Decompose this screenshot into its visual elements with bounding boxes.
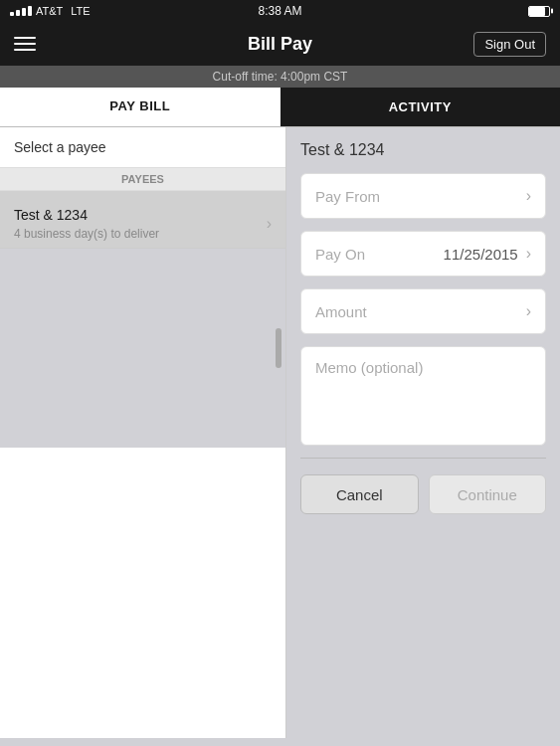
tab-pay-bill[interactable]: PAY BILL [0, 88, 280, 126]
tab-activity[interactable]: ACTIVITY [280, 88, 561, 126]
status-bar-right [528, 6, 550, 17]
payee-delivery: 4 business day(s) to deliver [14, 227, 159, 241]
continue-button[interactable]: Continue [429, 474, 547, 514]
scroll-indicator [276, 328, 281, 368]
menu-icon[interactable] [14, 37, 36, 51]
divider [300, 458, 546, 459]
payee-name: Test & 1234 [14, 207, 159, 223]
payee-item-info: Test & 1234 4 business day(s) to deliver [14, 207, 159, 241]
battery-icon [528, 6, 550, 17]
nav-title: Bill Pay [248, 34, 312, 55]
pay-on-field[interactable]: Pay On 11/25/2015 › [300, 231, 546, 277]
memo-placeholder: Memo (optional) [315, 359, 423, 376]
pay-from-label: Pay From [315, 188, 380, 205]
payees-section-header: PAYEES [0, 168, 285, 191]
nav-bar: Bill Pay Sign Out [0, 22, 560, 66]
status-bar: AT&T LTE 8:38 AM [0, 0, 560, 22]
signal-icon [10, 6, 32, 16]
amount-label: Amount [315, 303, 367, 320]
amount-field[interactable]: Amount › [300, 288, 546, 334]
amount-chevron-icon: › [526, 302, 531, 320]
status-bar-left: AT&T LTE [10, 5, 91, 17]
right-panel: Test & 1234 Pay From › Pay On 11/25/2015… [286, 127, 560, 738]
pay-on-value: 11/25/2015 › [444, 245, 531, 263]
left-panel: Select a payee PAYEES Test & 1234 4 busi… [0, 127, 286, 738]
payee-title: Test & 1234 [300, 141, 546, 159]
sign-out-button[interactable]: Sign Out [473, 32, 546, 57]
select-payee-header: Select a payee [0, 127, 285, 168]
button-row: Cancel Continue [300, 474, 546, 514]
pay-from-field[interactable]: Pay From › [300, 173, 546, 219]
memo-field[interactable]: Memo (optional) [300, 346, 546, 446]
cancel-button[interactable]: Cancel [300, 474, 419, 514]
payee-list-item[interactable]: Test & 1234 4 business day(s) to deliver… [0, 191, 285, 249]
pay-from-chevron-icon: › [526, 187, 531, 205]
status-time: 8:38 AM [258, 4, 301, 18]
main-layout: Select a payee PAYEES Test & 1234 4 busi… [0, 127, 560, 738]
pay-on-label: Pay On [315, 246, 365, 263]
cutoff-bar: Cut-off time: 4:00pm CST [0, 66, 560, 88]
pay-on-chevron-icon: › [526, 245, 531, 263]
cutoff-text: Cut-off time: 4:00pm CST [213, 70, 348, 84]
network-type-label: LTE [71, 5, 90, 17]
payee-chevron-icon: › [267, 215, 272, 233]
tab-bar: PAY BILL ACTIVITY [0, 88, 560, 127]
carrier-label: AT&T [36, 5, 63, 17]
